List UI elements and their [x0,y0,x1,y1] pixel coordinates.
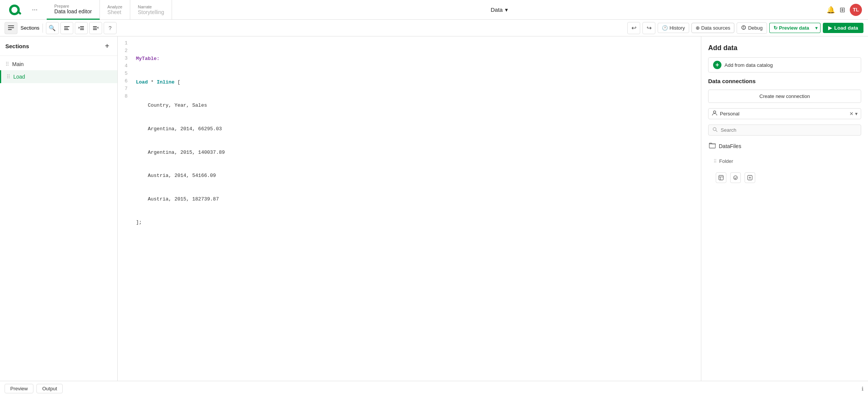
svg-marker-12 [79,27,80,29]
code-editor: 1 2 3 4 5 6 7 8 MyTable: Load * Inline [… [118,36,701,381]
svg-point-1 [11,7,17,13]
filter-controls: ✕ ▾ [849,111,858,117]
datafiles-row: DataFiles [708,141,861,151]
nav-right: 🔔 ⊞ TL [827,4,862,16]
personal-icon [712,110,718,117]
code-mytable: MyTable: [136,55,159,63]
svg-rect-6 [64,26,69,27]
indent-button[interactable] [75,22,88,34]
nav-analyze-main: Sheet [107,9,122,15]
nav-prepare-main: Data load editor [54,8,92,14]
code-line-4: Argentina, 2014, 66295.03 [136,125,693,133]
nav-more-button[interactable]: ··· [32,6,38,14]
search-input[interactable] [721,127,857,133]
debug-label: Debug [748,25,762,31]
search-button[interactable]: 🔍 [46,22,59,34]
nav-analyze[interactable]: Analyze Sheet [100,0,130,20]
bottom-bar: Preview Output ℹ [0,381,868,396]
preview-data-split-button[interactable]: ▾ [813,23,821,33]
sidebar-item-main[interactable]: ⠿ Main [0,58,117,70]
filter-chevron-icon[interactable]: ▾ [855,111,858,117]
output-tab-button[interactable]: Output [36,384,63,393]
history-icon: 🕐 [662,25,668,31]
drag-handle-icon: ⠿ [6,74,10,80]
sidebar-item-label: Load [13,74,103,80]
datafiles-label: DataFiles [719,143,741,149]
load-data-icon: ▶ [828,25,832,31]
folder-resize-icon: ⠿ [713,159,717,164]
debug-button[interactable]: Debug [737,22,767,34]
sidebar-add-section-button[interactable]: + [102,41,112,51]
main-layout: Sections + ⠿ Main ⠿ Load 🗑 1 2 3 4 5 6 [0,36,868,381]
code-bracket: [ [174,79,180,87]
history-button[interactable]: 🕐 History [658,23,689,33]
top-nav: ··· Prepare Data load editor Analyze She… [0,0,868,20]
editor-area[interactable]: 1 2 3 4 5 6 7 8 MyTable: Load * Inline [… [118,36,701,381]
svg-rect-9 [80,26,84,27]
code-row1: Argentina, 2014, 66295.03 [136,125,222,133]
code-content[interactable]: MyTable: Load * Inline [ Country, Year, … [136,39,701,378]
svg-rect-15 [93,29,97,30]
help-button[interactable]: ? [104,22,117,34]
create-connection-button[interactable]: Create new connection [708,90,861,103]
user-avatar[interactable]: TL [850,4,862,16]
sidebar-item-load[interactable]: ⠿ Load 🗑 [0,70,117,83]
add-data-section: + Add from data catalog [708,57,861,73]
folder-icons-row [716,171,861,185]
svg-rect-3 [8,25,14,26]
svg-point-21 [713,128,716,131]
connection-filter: Personal ✕ ▾ [708,108,861,119]
data-connections-section: Data connections [708,78,861,84]
info-icon[interactable]: ℹ [862,386,863,392]
nav-narrate[interactable]: Narrate Storytelling [130,0,172,20]
toolbar: Sections 🔍 ? ↩ ↪ 🕐 History ⊕ Data source… [0,20,868,36]
datafiles-folder-icon [709,142,716,150]
preview-tab-button[interactable]: Preview [5,384,33,393]
preview-data-icon: ↻ [773,25,778,31]
load-data-button[interactable]: ▶ Load data [823,23,863,33]
sections-toggle-button[interactable] [5,22,17,34]
data-dropdown-button[interactable]: Data ▾ [488,5,511,15]
code-row4: Austria, 2015, 182739.87 [136,196,219,204]
code-inline-kw: Inline [157,79,175,87]
undo-button[interactable]: ↩ [627,22,640,34]
code-format-button[interactable] [60,22,73,34]
svg-rect-5 [8,29,12,30]
svg-rect-7 [64,28,68,28]
notification-bell-icon[interactable]: 🔔 [827,6,835,14]
nav-narrate-sub: Narrate [138,5,152,9]
code-line-2: Load * Inline [ [136,79,693,86]
line-num-4: 4 [118,62,131,70]
code-line-6: Austria, 2014, 54166.09 [136,172,693,180]
data-sources-button[interactable]: ⊕ Data sources [691,23,735,33]
svg-rect-14 [93,28,97,28]
outdent-button[interactable] [89,22,102,34]
data-label: Data [491,6,503,13]
plus-circle-icon: + [713,61,721,69]
add-data-title: Add data [708,44,861,52]
code-row3: Austria, 2014, 54166.09 [136,172,216,180]
line-num-5: 5 [118,70,131,77]
line-num-2: 2 [118,47,131,55]
svg-point-20 [713,111,716,113]
redo-button[interactable]: ↪ [642,22,655,34]
nav-narrate-main: Storytelling [138,9,164,15]
filter-clear-button[interactable]: ✕ [849,111,854,117]
search-row [708,125,861,136]
folder-action-1-button[interactable] [716,172,726,183]
nav-prepare[interactable]: Prepare Data load editor [47,0,100,20]
folder-action-2-button[interactable] [730,172,741,183]
history-label: History [669,25,685,31]
nav-analyze-sub: Analyze [107,5,122,9]
nav-center: Data ▾ [172,5,827,15]
add-from-catalog-button[interactable]: + Add from data catalog [708,57,861,73]
create-connection-label: Create new connection [759,93,810,99]
right-panel: Add data + Add from data catalog Data co… [701,36,868,381]
qlik-logo[interactable] [6,4,23,16]
svg-rect-8 [64,29,69,30]
svg-rect-10 [80,28,84,28]
preview-data-button[interactable]: ↻ Preview data [769,23,813,33]
apps-grid-icon[interactable]: ⊞ [840,6,845,14]
folder-action-3-button[interactable] [745,172,755,183]
debug-icon [741,25,746,32]
